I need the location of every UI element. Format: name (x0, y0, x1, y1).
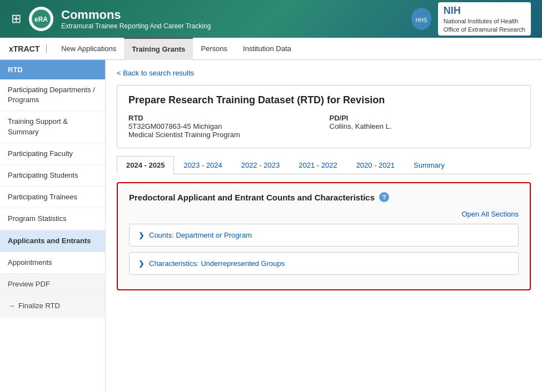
sidebar-item-trainees[interactable]: Participating Trainees (0, 187, 105, 208)
svg-text:HHS: HHS (415, 17, 427, 23)
tab-summary[interactable]: Summary (404, 156, 454, 174)
meta-rtd-label: RTD 5T32GM007863-45 Michigan Medical Sci… (128, 114, 319, 139)
header-title: Commons Extramural Trainee Reporting And… (61, 8, 211, 30)
open-all-link[interactable]: Open All Sections (129, 210, 519, 218)
grid-icon[interactable]: ⊞ (11, 12, 21, 26)
tab-2020-2021[interactable]: 2020 - 2021 (347, 156, 404, 174)
sidebar-item-applicants[interactable]: Applicants and Entrants (0, 230, 105, 252)
sidebar-item-training-support[interactable]: Training Support & Summary (0, 111, 105, 143)
characteristics-label: Characteristics: Underrepresented Groups (149, 259, 285, 268)
rtd-value-line2: Medical Scientist Training Program (128, 130, 319, 139)
sidebar-item-finalize[interactable]: → Finalize RTD (0, 295, 105, 317)
era-logo: eRA (29, 7, 53, 31)
arrow-icon: → (8, 301, 15, 311)
section-title-text: Predoctoral Applicant and Entrant Counts… (129, 193, 375, 202)
tabs-row: 2024 - 2025 2023 - 2024 2022 - 2023 2021… (117, 156, 531, 174)
nih-label: NIH (444, 4, 525, 17)
rtd-label: RTD (128, 114, 319, 122)
navbar-brand: xTRACT (9, 44, 47, 53)
sidebar-item-preview-pdf[interactable]: Preview PDF (0, 274, 105, 295)
sidebar-header: RTD (0, 60, 105, 79)
collapsible-characteristics[interactable]: ❯ Characteristics: Underrepresented Grou… (129, 252, 519, 275)
nih-full-name: National Institutes of Health (444, 17, 525, 25)
section-card: Predoctoral Applicant and Entrant Counts… (117, 182, 531, 290)
page-info-card: Prepare Research Training Dataset (RTD) … (117, 85, 531, 148)
header-left: ⊞ eRA Commons Extramural Trainee Reporti… (11, 7, 211, 31)
meta-pdpi: PD/PI Collins, Kathleen L. (330, 114, 520, 139)
help-icon[interactable]: ? (379, 192, 389, 202)
sidebar-item-faculty[interactable]: Participating Faculty (0, 143, 105, 165)
navbar: xTRACT New Applications Training Grants … (0, 38, 542, 60)
tab-2023-2024[interactable]: 2023 - 2024 (174, 156, 231, 174)
nih-office: Office of Extramural Research (444, 26, 525, 33)
nav-item-persons[interactable]: Persons (193, 38, 235, 60)
collapsible-counts[interactable]: ❯ Counts: Department or Program (129, 224, 519, 247)
tab-2021-2022[interactable]: 2021 - 2022 (289, 156, 346, 174)
counts-label: Counts: Department or Program (149, 231, 252, 239)
back-link[interactable]: < Back to search results (117, 69, 194, 77)
nav-item-training-grants[interactable]: Training Grants (124, 38, 193, 60)
nav-item-new-applications[interactable]: New Applications (53, 38, 124, 60)
nih-text: NIH National Institutes of Health Office… (444, 4, 525, 33)
page-title: Prepare Research Training Dataset (RTD) … (128, 94, 519, 106)
sidebar-item-program-stats[interactable]: Program Statistics (0, 208, 105, 230)
sidebar-item-appointments[interactable]: Appointments (0, 252, 105, 274)
tab-2022-2023[interactable]: 2022 - 2023 (232, 156, 289, 174)
main-layout: RTD Participating Departments / Programs… (0, 60, 542, 392)
pdpi-value: Collins, Kathleen L. (330, 122, 520, 130)
chevron-right-icon: ❯ (138, 231, 145, 239)
header: ⊞ eRA Commons Extramural Trainee Reporti… (0, 0, 542, 38)
meta-grid: RTD 5T32GM007863-45 Michigan Medical Sci… (128, 114, 519, 139)
finalize-label: Finalize RTD (18, 301, 60, 311)
nih-logo-box: NIH National Institutes of Health Office… (438, 2, 531, 36)
pdpi-label: PD/PI (330, 114, 520, 122)
app-name: Commons (61, 8, 211, 22)
header-right: HHS NIH National Institutes of Health Of… (410, 2, 531, 36)
nav-item-institution-data[interactable]: Institution Data (235, 38, 299, 60)
app-subtitle: Extramural Trainee Reporting And Career … (61, 22, 211, 30)
content-area: < Back to search results Prepare Researc… (106, 60, 542, 392)
sidebar-item-students[interactable]: Participating Students (0, 165, 105, 187)
svg-text:eRA: eRA (34, 16, 48, 23)
sidebar: RTD Participating Departments / Programs… (0, 60, 106, 392)
chevron-right-icon-2: ❯ (138, 259, 145, 268)
section-title: Predoctoral Applicant and Entrant Counts… (129, 192, 519, 202)
tab-2024-2025[interactable]: 2024 - 2025 (117, 156, 174, 174)
hhs-emblem: HHS (410, 7, 432, 31)
sidebar-item-departments[interactable]: Participating Departments / Programs (0, 79, 105, 111)
rtd-value-line1: 5T32GM007863-45 Michigan (128, 122, 319, 130)
